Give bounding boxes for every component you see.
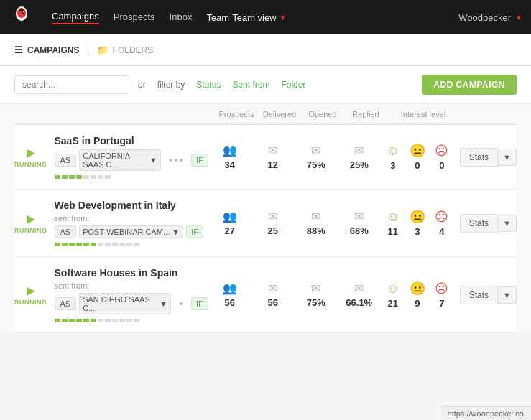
interest-neutral-2: 😐 3: [405, 209, 430, 237]
stat-replied-1: ✉ 25%: [338, 144, 381, 170]
prospects-val-1: 34: [225, 159, 235, 170]
logo: [9, 4, 34, 32]
tag-select-2[interactable]: POST-WEBINAR CAM... ▼: [79, 225, 183, 238]
campaign-row-3: ▶ RUNNING Software Houses in Spain sent …: [14, 257, 517, 333]
stat-delivered-1: ✉ 12: [251, 144, 295, 170]
tag-if-3: IF: [191, 297, 208, 310]
nav-campaigns[interactable]: Campaigns: [52, 11, 99, 24]
nav-team-view[interactable]: Team Team view ▼: [206, 12, 286, 23]
filter-folder[interactable]: Folder: [281, 80, 305, 90]
tag-if-1: IF: [191, 154, 208, 167]
run-button-3[interactable]: ▶ RUNNING: [14, 284, 47, 306]
campaign-name-1[interactable]: SaaS in Portugal: [55, 135, 208, 146]
interest-cell-2: ☺ 11 😐 3 ☹ 4: [381, 209, 454, 237]
campaign-info-2: Web Development in Italy sent from: AS P…: [55, 200, 208, 246]
interest-neutral-val-1: 0: [415, 160, 420, 171]
opened-val-2: 88%: [307, 225, 325, 236]
interest-happy-3: ☺ 21: [381, 281, 405, 309]
tab-separator: |: [86, 44, 89, 57]
stat-delivered-3: ✉ 56: [251, 281, 295, 308]
campaign-left-1: ▶ RUNNING SaaS in Portugal AS CALIFORNIA…: [14, 135, 208, 179]
delivered-val-3: 56: [268, 297, 278, 308]
stats-button-2[interactable]: Stats: [460, 214, 498, 233]
stat-opened-2: ✉ 88%: [295, 210, 338, 236]
svg-point-5: [23, 11, 24, 12]
interest-neutral-val-2: 3: [415, 226, 420, 237]
stats-area-2: Stats ▼: [460, 214, 517, 233]
replied-val-1: 25%: [350, 159, 369, 170]
interest-sad-val-3: 7: [439, 298, 444, 309]
add-campaign-button[interactable]: ADD CAMPAIGN: [422, 75, 517, 95]
campaign-name-3[interactable]: Software Houses in Spain: [55, 267, 208, 279]
interest-sad-val-1: 0: [439, 160, 444, 171]
or-text: or: [138, 80, 146, 90]
sent-from-2: sent from:: [55, 214, 208, 223]
campaign-tags-2: AS POST-WEBINAR CAM... ▼ IF: [55, 225, 208, 238]
tag-chevron-1: ▼: [149, 156, 157, 164]
face-happy-icon-2: ☺: [387, 210, 400, 225]
campaign-left-3: ▶ RUNNING Software Houses in Spain sent …: [14, 267, 208, 322]
face-neutral-icon-2: 😐: [410, 209, 425, 225]
folders-tab[interactable]: 📁 FOLDERS: [97, 45, 154, 55]
progress-3: [55, 319, 208, 322]
campaign-row-2: ▶ RUNNING Web Development in Italy sent …: [14, 190, 517, 257]
run-button-1[interactable]: ▶ RUNNING: [14, 146, 47, 168]
campaign-info-1: SaaS in Portugal AS CALIFORNIA SAAS C...…: [55, 135, 208, 179]
delivered-icon-3: ✉: [268, 281, 277, 295]
stat-prospects-1: 👥 34: [208, 144, 251, 170]
stats-dropdown-1[interactable]: ▼: [498, 149, 517, 166]
stats-area-3: Stats ▼: [460, 286, 517, 304]
replied-icon-3: ✉: [354, 281, 364, 295]
opened-icon-3: ✉: [311, 281, 320, 295]
search-input[interactable]: [14, 75, 129, 94]
replied-icon-2: ✉: [354, 210, 364, 223]
tag-as-1: AS: [55, 154, 77, 167]
face-sad-icon-1: ☹: [435, 143, 448, 159]
stat-delivered-2: ✉ 25: [251, 210, 295, 236]
interest-cell-1: ☺ 3 😐 0 ☹ 0: [381, 143, 454, 171]
interest-happy-val-3: 21: [388, 298, 398, 309]
interest-neutral-val-3: 9: [415, 298, 420, 309]
interest-happy-val-2: 11: [388, 226, 398, 237]
tag-select-1[interactable]: CALIFORNIA SAAS C... ▼: [79, 149, 161, 171]
progress-2: [55, 243, 208, 246]
tag-select-3[interactable]: SAN DIEGO SAAS C... ▼: [79, 293, 171, 314]
campaigns-tab[interactable]: ☰ CAMPAIGNS: [14, 45, 79, 55]
nav-prospects[interactable]: Prospects: [114, 11, 155, 24]
folders-tab-label: FOLDERS: [113, 45, 154, 55]
th-delivered: Delivered: [258, 110, 301, 118]
campaign-row: ▶ RUNNING SaaS in Portugal AS CALIFORNIA…: [14, 125, 517, 190]
opened-val-3: 75%: [307, 297, 325, 308]
campaign-name-2[interactable]: Web Development in Italy: [55, 200, 208, 211]
run-button-2[interactable]: ▶ RUNNING: [14, 212, 47, 234]
th-prospects: Prospects: [215, 110, 258, 118]
tag-chevron-2: ▼: [172, 228, 180, 236]
tag-as-2: AS: [55, 225, 77, 238]
stat-prospects-2: 👥 27: [208, 210, 251, 236]
face-sad-icon-3: ☹: [435, 281, 448, 297]
campaigns-tab-label: CAMPAIGNS: [27, 45, 79, 55]
status-url: https://woodpecker.co: [448, 409, 524, 418]
th-replied: Replied: [344, 110, 387, 118]
filter-status[interactable]: Status: [196, 80, 221, 90]
stats-button-1[interactable]: Stats: [460, 148, 498, 167]
interest-sad-1: ☹ 0: [430, 143, 454, 171]
account-name: Woodpecker: [458, 12, 511, 23]
replied-val-3: 66.1%: [346, 297, 372, 308]
campaign-tags-3: AS SAN DIEGO SAAS C... ▼ IF: [55, 293, 208, 314]
delivered-val-1: 12: [268, 159, 278, 170]
dots-3: [174, 302, 188, 305]
stat-prospects-3: 👥 56: [208, 281, 251, 308]
account-selector[interactable]: Woodpecker ▼: [458, 12, 522, 23]
tag-chevron-3: ▼: [160, 299, 167, 308]
tag-if-2: IF: [186, 225, 203, 238]
stats-dropdown-2[interactable]: ▼: [498, 215, 517, 232]
delivered-val-2: 25: [268, 225, 278, 236]
filter-sent-from[interactable]: Sent from: [232, 80, 269, 90]
stats-button-3[interactable]: Stats: [460, 286, 498, 304]
interest-neutral-3: 😐 9: [405, 281, 430, 309]
stats-dropdown-3[interactable]: ▼: [498, 286, 517, 304]
prospects-icon-3: 👥: [223, 281, 237, 295]
nav-inbox[interactable]: Inbox: [170, 11, 193, 24]
face-happy-icon-3: ☺: [387, 281, 400, 297]
